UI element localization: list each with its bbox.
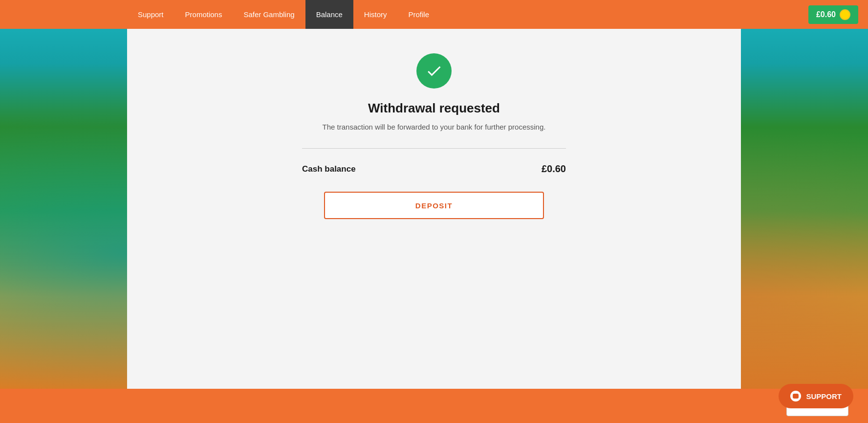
nav-safer-gambling[interactable]: Safer Gambling	[233, 0, 305, 29]
nav-promotions[interactable]: Promotions	[174, 0, 233, 29]
cash-balance-label: Cash balance	[302, 164, 356, 174]
modal-subtitle: The transaction will be forwarded to you…	[323, 123, 546, 131]
checkmark-icon	[425, 62, 443, 80]
nav-balance[interactable]: Balance	[305, 0, 353, 29]
divider	[302, 148, 566, 149]
modal-content: Withdrawal requested The transaction wil…	[246, 29, 622, 239]
deposit-button[interactable]: DEPOSIT	[324, 192, 544, 219]
success-icon	[416, 53, 452, 89]
modal-panel: Withdrawal requested The transaction wil…	[127, 29, 741, 423]
balance-amount: £0.60	[816, 10, 836, 19]
nav-support[interactable]: Support	[127, 0, 174, 29]
balance-row: Cash balance £0.60	[302, 163, 566, 175]
chat-bubble-icon	[790, 391, 801, 401]
nav-history[interactable]: History	[353, 0, 398, 29]
balance-display[interactable]: £0.60	[808, 5, 858, 24]
coin-icon	[840, 9, 850, 20]
footer-bar: CLOSE	[0, 389, 868, 423]
navbar: Support Promotions Safer Gambling Balanc…	[0, 0, 868, 29]
cash-balance-value: £0.60	[542, 163, 566, 175]
modal-title: Withdrawal requested	[368, 101, 500, 116]
nav-profile[interactable]: Profile	[398, 0, 440, 29]
support-label: SUPPORT	[806, 392, 842, 401]
chat-bubble-inner	[793, 394, 799, 399]
support-button[interactable]: SUPPORT	[779, 384, 853, 408]
